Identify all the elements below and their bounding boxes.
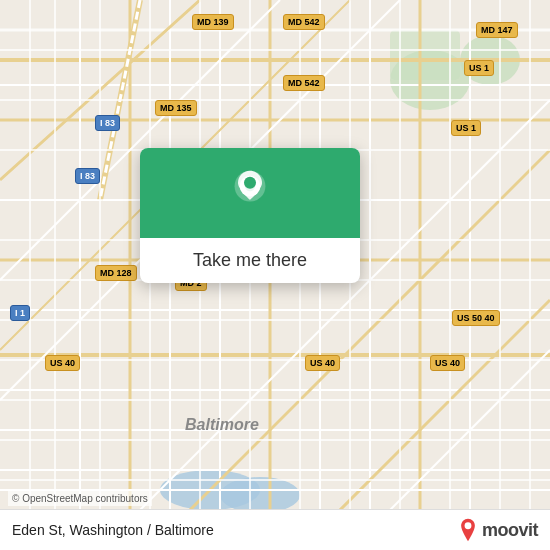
svg-point-65 <box>244 177 256 189</box>
popup-header <box>140 148 360 238</box>
take-me-there-button[interactable]: Take me there <box>156 250 344 271</box>
location-pin-icon <box>226 169 274 217</box>
map-container: Baltimore MD 139 MD 542 MD 147 US 1 US 1… <box>0 0 550 550</box>
road-shield-us40-right: US 40 <box>430 355 465 371</box>
road-shield-us1-top: US 1 <box>464 60 494 76</box>
road-shield-i83-mid: I 83 <box>75 168 100 184</box>
popup-body: Take me there <box>140 238 360 283</box>
popup-card: Take me there <box>140 148 360 283</box>
location-label: Eden St, Washington / Baltimore <box>12 522 214 538</box>
road-shield-us40-left: US 40 <box>45 355 80 371</box>
road-shield-i1: I 1 <box>10 305 30 321</box>
road-shield-us40-mid: US 40 <box>305 355 340 371</box>
road-shield-us50: US 50 40 <box>452 310 500 326</box>
svg-text:Baltimore: Baltimore <box>185 416 259 433</box>
road-shield-md139: MD 139 <box>192 14 234 30</box>
road-shield-md128: MD 128 <box>95 265 137 281</box>
road-shield-us1-mid: US 1 <box>451 120 481 136</box>
moovit-logo: moovit <box>458 518 538 542</box>
road-shield-md542-mid: MD 542 <box>283 75 325 91</box>
svg-point-66 <box>465 522 472 529</box>
moovit-pin-icon <box>458 518 478 542</box>
road-shield-md147: MD 147 <box>476 22 518 38</box>
map-attribution: © OpenStreetMap contributors <box>8 491 152 506</box>
road-shield-md542-top: MD 542 <box>283 14 325 30</box>
bottom-bar: Eden St, Washington / Baltimore moovit <box>0 509 550 550</box>
moovit-logo-text: moovit <box>482 520 538 541</box>
road-shield-i83-top: I 83 <box>95 115 120 131</box>
road-shield-md135: MD 135 <box>155 100 197 116</box>
svg-point-5 <box>220 477 300 513</box>
